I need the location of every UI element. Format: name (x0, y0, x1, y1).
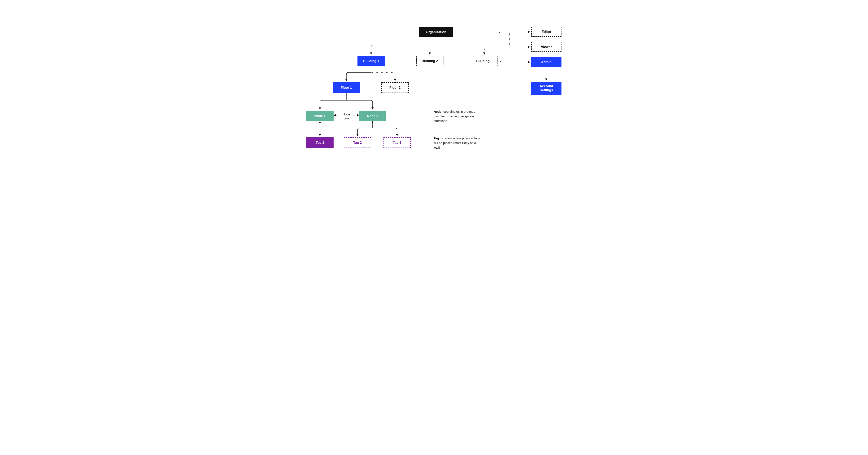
node-label: Viewer (541, 45, 552, 49)
node-label: Floor 1 (341, 86, 352, 90)
node-label: Organization (426, 30, 446, 34)
node-label: Admin (541, 60, 552, 64)
definition-node: Node: coordinates in the map used for pr… (434, 109, 482, 123)
node-label: Building 2 (422, 59, 438, 63)
node-tag-3: Tag 3 (383, 137, 411, 148)
node-label: Floor 2 (389, 86, 400, 90)
node-admin: Admin (531, 57, 561, 67)
node-building-1: Building 1 (358, 56, 385, 66)
node-tag-2: Tag 2 (344, 137, 371, 148)
node-floor-1: Floor 1 (333, 82, 360, 93)
node-account-settings: Account Settings (531, 82, 561, 95)
diagram-canvas: Organization Building 1 Building 2 Build… (277, 0, 591, 166)
label-text: Node Link (343, 113, 350, 120)
definition-label: Tag: (434, 136, 440, 140)
node-label: Node 2 (367, 114, 378, 118)
node-node-2: Node 2 (359, 111, 386, 121)
node-editor: Editor (531, 27, 561, 37)
definition-text: position where physical tags will be pla… (434, 136, 480, 149)
definition-tag: Tag: position where physical tags will b… (434, 136, 482, 150)
node-organization: Organization (419, 27, 453, 37)
node-label: Node 1 (314, 114, 326, 118)
node-label: Tag 3 (393, 141, 402, 145)
node-node-1: Node 1 (306, 111, 334, 121)
node-label: Tag 2 (353, 141, 362, 145)
definition-label: Node: (434, 110, 443, 113)
label-node-link: Node Link (340, 113, 353, 120)
node-tag-1: Tag 1 (306, 137, 334, 148)
node-label: Account Settings (533, 84, 559, 92)
node-label: Building 1 (363, 59, 379, 63)
node-label: Editor (541, 30, 551, 34)
node-label: Building 3 (476, 59, 492, 63)
node-viewer: Viewer (531, 42, 561, 52)
node-label: Tag 1 (316, 141, 324, 145)
node-building-2: Building 2 (416, 56, 443, 66)
node-building-3: Building 3 (471, 56, 498, 66)
node-floor-2: Floor 2 (381, 82, 409, 93)
